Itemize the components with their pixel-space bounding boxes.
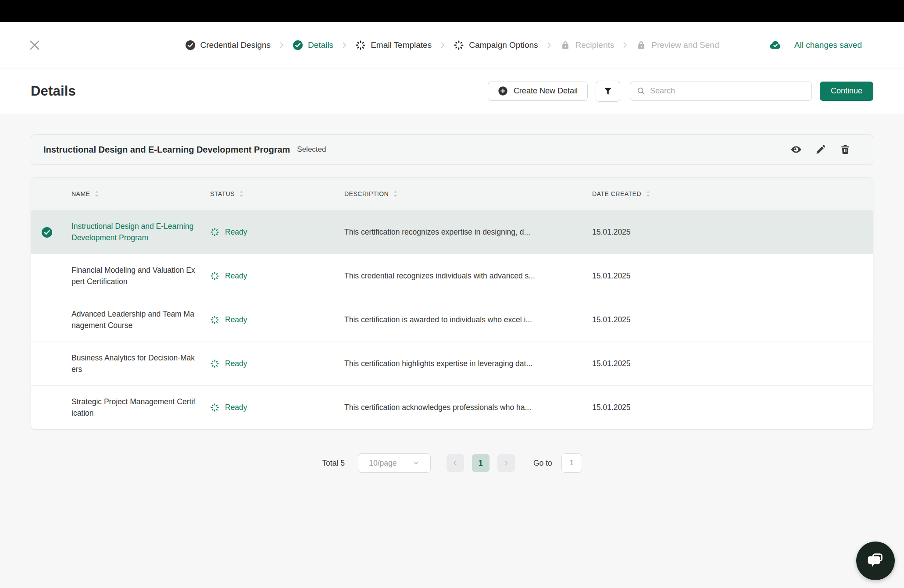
row-description: This certification recognizes expertise … — [343, 228, 591, 237]
page-content: Instructional Design and E-Learning Deve… — [0, 134, 904, 473]
chat-widget-button[interactable] — [856, 542, 895, 580]
table-row[interactable]: Business Analytics for Decision-Makers R… — [31, 342, 873, 385]
chevron-right-icon — [340, 41, 349, 50]
row-description: This credential recognizes individuals w… — [343, 271, 591, 281]
selected-design-banner: Instructional Design and E-Learning Deve… — [31, 134, 873, 165]
page-size-value: 10/page — [369, 459, 397, 468]
top-black-bar — [0, 0, 904, 22]
create-new-detail-button[interactable]: Create New Detail — [488, 82, 588, 101]
status-label: Ready — [225, 271, 247, 281]
status-label: Ready — [225, 315, 247, 324]
chevron-down-icon — [412, 459, 420, 467]
sort-icon[interactable] — [646, 190, 650, 197]
lock-icon — [636, 40, 647, 50]
breadcrumb-step-email-templates[interactable]: Email Templates — [355, 40, 432, 50]
breadcrumb-step-details[interactable]: Details — [293, 40, 333, 50]
row-date-created: 15.01.2025 — [591, 403, 873, 412]
page-number-button[interactable]: 1 — [472, 454, 490, 472]
filter-button[interactable] — [596, 81, 620, 102]
edit-pencil-icon[interactable] — [815, 144, 826, 155]
prev-page-button[interactable] — [447, 454, 464, 472]
row-status: Ready — [207, 271, 343, 281]
row-name-link[interactable]: Business Analytics for Decision-Makers — [63, 353, 207, 375]
chevron-right-icon — [277, 41, 286, 50]
page-size-select[interactable]: 10/page — [358, 453, 431, 473]
row-description: This certification acknowledges professi… — [343, 403, 591, 412]
save-status: All changes saved — [769, 39, 877, 52]
table-row[interactable]: Instructional Design and E-Learning Deve… — [31, 210, 873, 254]
toolbar-actions: Create New Detail Continue — [488, 81, 873, 102]
goto-page-input[interactable] — [561, 453, 582, 473]
cloud-check-icon — [769, 39, 782, 52]
status-label: Ready — [225, 359, 247, 368]
table-header-status[interactable]: STATUS — [207, 190, 343, 197]
breadcrumb-step-credential-designs[interactable]: Credential Designs — [185, 40, 271, 50]
save-status-text: All changes saved — [794, 40, 862, 50]
preview-eye-icon[interactable] — [790, 144, 802, 155]
row-description: This certification highlights expertise … — [343, 359, 591, 368]
table-header-date-created[interactable]: DATE CREATED — [591, 190, 873, 197]
delete-trash-icon[interactable] — [840, 144, 851, 155]
banner-tools — [790, 144, 861, 155]
search-input[interactable] — [650, 86, 805, 96]
goto-label: Go to — [533, 459, 552, 468]
status-label: Ready — [225, 228, 247, 237]
chevron-right-icon — [545, 41, 554, 50]
table-row[interactable]: Strategic Project Management Certificati… — [31, 385, 873, 429]
spinner-icon — [210, 359, 219, 368]
step-label: Recipients — [575, 40, 615, 50]
chevron-right-icon — [621, 41, 629, 50]
selected-badge: Selected — [297, 145, 326, 154]
pagination: Total 5 10/page 1 Go to — [31, 453, 873, 473]
table-row[interactable]: Financial Modeling and Valuation Expert … — [31, 254, 873, 298]
selected-design-title: Instructional Design and E-Learning Deve… — [43, 145, 290, 155]
row-name-link[interactable]: Advanced Leadership and Team Management … — [63, 309, 207, 331]
table-header-name[interactable]: NAME — [63, 190, 207, 197]
table-row[interactable]: Advanced Leadership and Team Management … — [31, 298, 873, 342]
row-status: Ready — [207, 228, 343, 237]
breadcrumb: Credential Designs Details Email Templat… — [185, 40, 719, 50]
step-label: Email Templates — [371, 40, 432, 50]
row-name-link[interactable]: Financial Modeling and Valuation Expert … — [63, 265, 207, 287]
sort-icon[interactable] — [239, 190, 244, 197]
continue-button[interactable]: Continue — [820, 82, 873, 101]
chevron-right-icon — [503, 460, 510, 467]
row-selected-indicator[interactable] — [31, 227, 63, 238]
row-status: Ready — [207, 315, 343, 324]
row-date-created: 15.01.2025 — [591, 228, 873, 237]
row-date-created: 15.01.2025 — [591, 315, 873, 324]
close-icon[interactable] — [27, 38, 42, 53]
lock-icon — [560, 40, 571, 50]
check-circle-icon — [293, 40, 303, 50]
spinner-icon — [210, 228, 219, 237]
sort-icon[interactable] — [94, 190, 99, 197]
funnel-icon — [603, 86, 613, 96]
page-toolbar: Details Create New Detail Continue — [0, 68, 904, 114]
step-label: Details — [308, 40, 333, 50]
row-name-link[interactable]: Instructional Design and E-Learning Deve… — [63, 221, 207, 243]
row-name-link[interactable]: Strategic Project Management Certificati… — [63, 396, 207, 419]
step-label: Credential Designs — [200, 40, 271, 50]
create-new-detail-label: Create New Detail — [514, 86, 578, 96]
row-description: This certification is awarded to individ… — [343, 315, 591, 324]
table-header-row: NAME STATUS DESCRIPTION DATE CREATED — [31, 178, 873, 210]
page-title: Details — [31, 83, 76, 99]
row-status: Ready — [207, 359, 343, 368]
check-circle-icon — [41, 227, 53, 238]
step-label: Campaign Options — [469, 40, 538, 50]
breadcrumb-step-preview-and-send: Preview and Send — [636, 40, 719, 50]
breadcrumb-step-recipients: Recipients — [560, 40, 615, 50]
spinner-icon — [210, 403, 219, 412]
sort-icon[interactable] — [393, 190, 398, 197]
breadcrumb-step-campaign-options[interactable]: Campaign Options — [454, 40, 538, 50]
check-circle-icon — [185, 40, 196, 50]
pagination-total: Total 5 — [322, 459, 345, 468]
next-page-button[interactable] — [497, 454, 515, 472]
row-status: Ready — [207, 403, 343, 412]
spinner-icon — [210, 271, 219, 281]
table-header-description[interactable]: DESCRIPTION — [343, 190, 591, 197]
step-label: Preview and Send — [651, 40, 719, 50]
spinner-icon — [210, 315, 219, 324]
row-date-created: 15.01.2025 — [591, 359, 873, 368]
wizard-header: Credential Designs Details Email Templat… — [0, 22, 904, 68]
